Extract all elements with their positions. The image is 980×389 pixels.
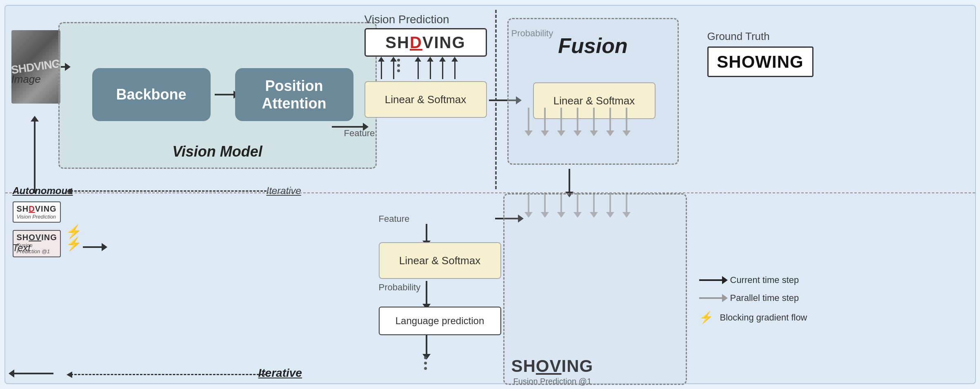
vision-prediction-label: Vision Prediction (364, 13, 449, 26)
image-label: Image (11, 73, 41, 86)
iterative-label-bottom: Iterative (258, 367, 302, 380)
vision-pred-small-box: SHDVING Vision Prediction (13, 201, 61, 223)
arrow-pa-out (332, 126, 364, 128)
dashed-arrow-iterative-top (71, 190, 267, 192)
vision-model-box: Vision Model Backbone PositionAttention (58, 22, 377, 169)
lightning-icon: ⚡ (699, 311, 713, 324)
gray-arrow-6 (609, 108, 611, 132)
blocking-gradient-label: Blocking gradient flow (720, 312, 807, 323)
lang-prediction-text: Language prediction (396, 315, 484, 327)
arrow-bottom-left (13, 373, 53, 374)
arrow-to-mha (83, 246, 103, 248)
fusion-box: Fusion Linear & Softmax (507, 18, 679, 165)
vision-pred-small-text: SHDVING (17, 204, 57, 214)
main-diagram: SHDVING Image Vision Model Backbone Posi… (4, 5, 976, 384)
lang-pred-dots (424, 356, 427, 370)
up-arrow-3 (418, 61, 419, 79)
top-section: SHDVING Image Vision Model Backbone Posi… (5, 6, 975, 193)
pos-attention-box: PositionAttention (235, 68, 353, 121)
arrow-langpred-down (426, 335, 427, 356)
feature-label-vision: Feature (344, 128, 375, 139)
parallel-step-label: Parallel time step (730, 293, 799, 303)
input-image: SHDVING (11, 30, 60, 104)
arrow-image-to-vm (61, 66, 67, 68)
legend-item-blocking: ⚡ Blocking gradient flow (699, 311, 952, 324)
gray-arrow-4 (577, 108, 578, 132)
pos-attention-label: PositionAttention (262, 77, 327, 112)
parallel-step-arrow (699, 297, 724, 299)
current-step-arrow (699, 279, 724, 281)
backbone-label: Backbone (116, 86, 186, 103)
linear-softmax-vision: Linear & Softmax (364, 81, 487, 118)
ground-truth-text: SHOWING (717, 52, 803, 72)
dashed-arrow-iterative-bottom (71, 374, 267, 375)
backbone-box: Backbone (92, 68, 211, 121)
vision-prediction-box: SHDVING (364, 28, 487, 57)
linear-softmax-lang: Linear & Softmax (379, 242, 501, 279)
gray-arrow-5 (593, 108, 595, 132)
gray-arrow-1 (528, 108, 529, 132)
fusion-title: Fusion (558, 33, 627, 58)
arrow-text-to-image (34, 120, 36, 193)
up-arrow-6 (454, 61, 456, 79)
current-step-label: Current time step (730, 275, 799, 285)
bottom-section: SHDVING Vision Prediction SHOVING Fusion… (5, 193, 975, 385)
vision-prediction-text: SHDVING (385, 33, 465, 52)
red-d-letter: D (410, 33, 422, 51)
up-arrow-1 (381, 61, 382, 79)
gray-arrow-3 (560, 108, 562, 132)
gray-arrow-7 (626, 108, 627, 132)
bottom-fusion-box (503, 193, 687, 385)
feature-label-lang: Feature (379, 214, 410, 224)
arrow-fusion-ls-down (569, 169, 570, 193)
vision-model-label: Vision Model (172, 143, 262, 160)
up-arrow-2 (393, 61, 394, 79)
gray-arrow-2 (544, 108, 546, 132)
probability-label-lang: Probability (379, 282, 421, 293)
legend-item-current: Current time step (699, 275, 952, 285)
vision-pred-dots (397, 59, 400, 72)
fusion-pred-small-text: SHOVING (17, 233, 57, 242)
lightning-bolt-2: ⚡ (66, 236, 82, 252)
arrow-lsl-to-langpred (426, 281, 427, 305)
up-arrow-5 (442, 61, 443, 79)
vision-pred-small-label: Vision Prediction (17, 214, 57, 220)
arrow-bb-pa (215, 94, 235, 95)
ground-truth-label: Ground Truth (707, 30, 770, 43)
legend: Current time step Parallel time step ⚡ B… (699, 275, 952, 332)
ground-truth-box: SHOWING (707, 46, 813, 77)
up-arrow-4 (430, 61, 431, 79)
arrow-to-lsl (426, 224, 427, 242)
legend-item-parallel: Parallel time step (699, 293, 952, 303)
lang-prediction-box: Language prediction (379, 307, 501, 335)
text-label: Text (13, 242, 31, 254)
